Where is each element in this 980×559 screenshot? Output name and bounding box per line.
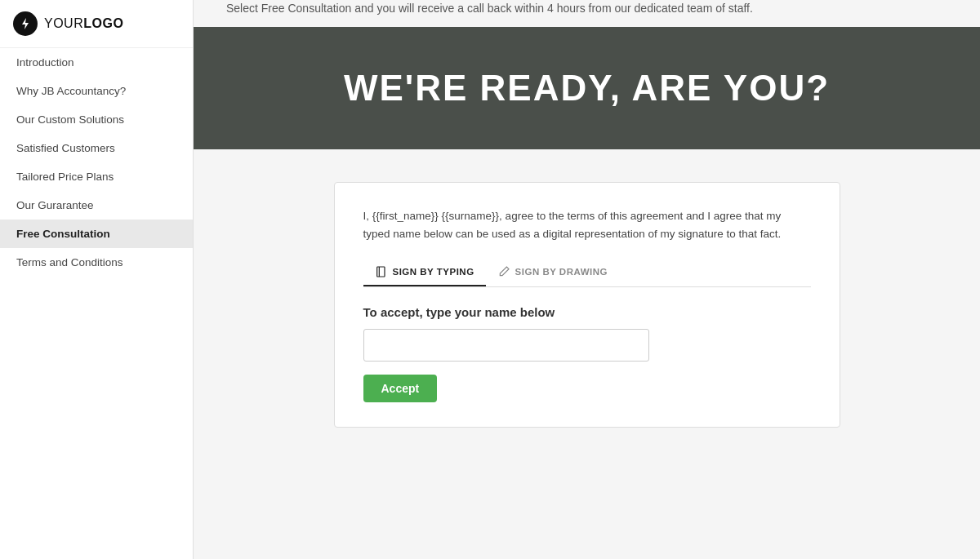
main-content: Select Free Consultation and you will re… <box>194 0 980 559</box>
logo-your: YOUR <box>44 16 83 30</box>
tab-drawing-label: SIGN BY DRAWING <box>515 267 608 277</box>
accept-label: To accept, type your name below <box>363 305 811 319</box>
tab-typing-label: SIGN BY TYPING <box>393 267 474 277</box>
tab-sign-by-drawing[interactable]: SIGN BY DRAWING <box>486 259 619 286</box>
signature-card: I, {{first_name}} {{surname}}, agree to … <box>334 182 840 428</box>
sidebar-item-customers[interactable]: Satisfied Customers <box>0 134 193 162</box>
accept-button[interactable]: Accept <box>363 375 438 402</box>
hero-title: WE'RE READY, ARE YOU? <box>344 68 830 109</box>
svg-marker-0 <box>22 18 29 29</box>
svg-rect-1 <box>376 267 384 277</box>
tab-sign-by-typing[interactable]: SIGN BY TYPING <box>363 259 486 286</box>
sidebar: YOURLOGO Introduction Why JB Accountancy… <box>0 0 194 559</box>
logo-text: YOURLOGO <box>44 16 123 31</box>
sign-tabs: SIGN BY TYPING SIGN BY DRAWING <box>363 259 811 287</box>
logo-logo: LOGO <box>83 16 123 30</box>
sidebar-item-price-plans[interactable]: Tailored Price Plans <box>0 162 193 191</box>
sidebar-item-why-jb[interactable]: Why JB Accountancy? <box>0 77 193 105</box>
agreement-text: I, {{first_name}} {{surname}}, agree to … <box>363 207 811 242</box>
hero-banner: WE'RE READY, ARE YOU? <box>194 27 980 149</box>
content-section: I, {{first_name}} {{surname}}, agree to … <box>194 149 980 460</box>
book-icon <box>375 265 388 278</box>
sidebar-item-introduction[interactable]: Introduction <box>0 48 193 77</box>
sidebar-item-terms[interactable]: Terms and Conditions <box>0 248 193 277</box>
pen-icon <box>497 265 510 278</box>
top-strip-text: Select Free Consultation and you will re… <box>226 0 947 17</box>
logo-icon <box>13 11 38 36</box>
logo-area: YOURLOGO <box>0 0 193 48</box>
sidebar-item-guarantee[interactable]: Our Gurarantee <box>0 191 193 220</box>
top-strip: Select Free Consultation and you will re… <box>194 0 980 27</box>
name-input[interactable] <box>363 329 649 362</box>
sidebar-item-free-consultation[interactable]: Free Consultation <box>0 220 193 248</box>
sidebar-item-custom-solutions[interactable]: Our Custom Solutions <box>0 105 193 134</box>
lightning-icon <box>19 17 32 30</box>
